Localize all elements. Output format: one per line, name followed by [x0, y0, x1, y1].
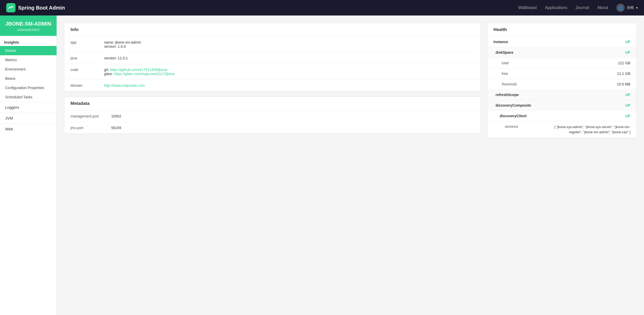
- nav-about[interactable]: About: [597, 5, 608, 10]
- sidebar-item-beans[interactable]: Beans: [0, 74, 57, 83]
- info-row-app: app name: jbone-sm-adminversion: 1.0.0: [64, 37, 481, 52]
- domain-link[interactable]: http://www.majunwei.com: [104, 83, 145, 88]
- metadata-value-management-port: 10002: [105, 111, 481, 122]
- nav-applications[interactable]: Applications: [545, 5, 567, 10]
- metadata-row-management-port: management.port 10002: [64, 111, 481, 122]
- health-value-threshold: 10.5 MB: [537, 79, 637, 90]
- brand-title: Spring Boot Admin: [18, 5, 65, 11]
- sidebar-item-configuration-properties[interactable]: Configuration Properties: [0, 83, 57, 92]
- metadata-card: Metadata management.port 10002 jmx.port …: [64, 97, 481, 134]
- gitee-link[interactable]: https://gitee.com/majunwei2017/jbone: [114, 72, 175, 76]
- info-key-java: java: [64, 52, 98, 64]
- health-value-free: 11.1 GB: [537, 68, 637, 79]
- sidebar-item-loggers[interactable]: Loggers: [0, 102, 57, 113]
- health-table: Instance UP diskSpace UP total 121 GB: [487, 37, 637, 138]
- metadata-table: management.port 10002 jmx.port 56156: [64, 111, 481, 133]
- metadata-key-jmx-port: jmx.port: [64, 122, 105, 134]
- instance-id: a4843e8c5925: [3, 28, 53, 32]
- health-label-refreshscope: refreshScope: [487, 90, 537, 100]
- info-value-domain: http://www.majunwei.com: [98, 80, 481, 91]
- main-right: Health Instance UP diskSpace UP: [487, 23, 637, 308]
- topnav-links: Wallboard Applications Journal About: [518, 5, 608, 10]
- sidebar-item-environment[interactable]: Environment: [0, 65, 57, 74]
- nav-wallboard[interactable]: Wallboard: [518, 5, 537, 10]
- app-name: JBONE-SM-ADMIN: [3, 21, 53, 27]
- health-label-discoveryclient: discoveryClient: [487, 111, 537, 121]
- info-card-title: Info: [64, 23, 481, 37]
- info-value-code: git: https://github.com/417511458/jbone …: [98, 64, 481, 80]
- info-key-domain: domain: [64, 80, 98, 91]
- health-value-total: 121 GB: [537, 58, 637, 68]
- info-row-domain: domain http://www.majunwei.com: [64, 80, 481, 91]
- main-left: Info app name: jbone-sm-adminversion: 1.…: [64, 23, 481, 308]
- health-label-total: total: [487, 58, 537, 68]
- health-label-free: free: [487, 68, 537, 79]
- health-status-instance: UP: [537, 37, 637, 47]
- layout: JBONE-SM-ADMIN a4843e8c5925 Insights Det…: [0, 15, 644, 315]
- chevron-down-icon: ▾: [636, 6, 638, 10]
- health-label-services: services: [487, 121, 537, 138]
- health-status-refreshscope: UP: [537, 90, 637, 100]
- health-label-diskspace: diskSpace: [487, 47, 537, 58]
- sidebar-item-metrics[interactable]: Metrics: [0, 55, 57, 65]
- metadata-row-jmx-port: jmx.port 56156: [64, 122, 481, 134]
- health-label-threshold: threshold: [487, 79, 537, 90]
- topnav: Spring Boot Admin Wallboard Applications…: [0, 0, 644, 15]
- info-row-java: java version: 11.0.1: [64, 52, 481, 64]
- info-value-app: name: jbone-sm-adminversion: 1.0.0: [98, 37, 481, 52]
- info-value-java: version: 11.0.1: [98, 52, 481, 64]
- health-row-total: total 121 GB: [487, 58, 637, 68]
- sidebar-item-jvm[interactable]: JVM: [0, 113, 57, 123]
- insights-section-label: Insights: [0, 36, 57, 46]
- health-row-services: services [ "jbone-sys-admin", "jbone-sys…: [487, 121, 637, 138]
- health-row-instance: Instance UP: [487, 37, 637, 47]
- sidebar: JBONE-SM-ADMIN a4843e8c5925 Insights Det…: [0, 15, 57, 315]
- main-content: Info app name: jbone-sm-adminversion: 1.…: [57, 15, 644, 315]
- health-card: Health Instance UP diskSpace UP: [487, 23, 637, 138]
- nav-journal[interactable]: Journal: [576, 5, 589, 10]
- metadata-value-jmx-port: 56156: [105, 122, 481, 134]
- sidebar-item-web[interactable]: Web: [0, 123, 57, 134]
- health-label-instance: Instance: [487, 37, 537, 47]
- metadata-key-management-port: management.port: [64, 111, 105, 122]
- info-card: Info app name: jbone-sm-adminversion: 1.…: [64, 23, 481, 91]
- health-row-threshold: threshold 10.5 MB: [487, 79, 637, 90]
- health-row-free: free 11.1 GB: [487, 68, 637, 79]
- sidebar-item-scheduled-tasks[interactable]: Scheduled Tasks: [0, 92, 57, 102]
- health-status-discoveryclient: UP: [537, 111, 637, 121]
- sidebar-item-details[interactable]: Details: [0, 46, 57, 55]
- health-row-discoveryclient: discoveryClient UP: [487, 111, 637, 121]
- avatar: 👤: [616, 4, 625, 12]
- health-card-title: Health: [487, 23, 637, 37]
- health-row-discoverycomposite: discoveryComposite UP: [487, 100, 637, 111]
- health-status-diskspace: UP: [537, 47, 637, 58]
- health-value-services: [ "jbone-sys-admin", "jbone-sys-server",…: [537, 121, 637, 138]
- health-row-diskspace: diskSpace UP: [487, 47, 637, 58]
- metadata-card-title: Metadata: [64, 97, 481, 111]
- sidebar-header: JBONE-SM-ADMIN a4843e8c5925: [0, 15, 57, 36]
- info-key-code: code: [64, 64, 98, 80]
- info-key-app: app: [64, 37, 98, 52]
- info-table: app name: jbone-sm-adminversion: 1.0.0 j…: [64, 37, 481, 91]
- user-menu[interactable]: 👤 渔樵 ▾: [616, 4, 638, 12]
- git-link[interactable]: https://github.com/417511458/jbone: [110, 68, 168, 72]
- health-label-discoverycomposite: discoveryComposite: [487, 100, 537, 111]
- health-row-refreshscope: refreshScope UP: [487, 90, 637, 100]
- brand: Spring Boot Admin: [6, 3, 65, 12]
- logo-icon: [6, 3, 15, 12]
- info-row-code: code git: https://github.com/417511458/j…: [64, 64, 481, 80]
- health-status-discoverycomposite: UP: [537, 100, 637, 111]
- username: 渔樵: [627, 5, 634, 10]
